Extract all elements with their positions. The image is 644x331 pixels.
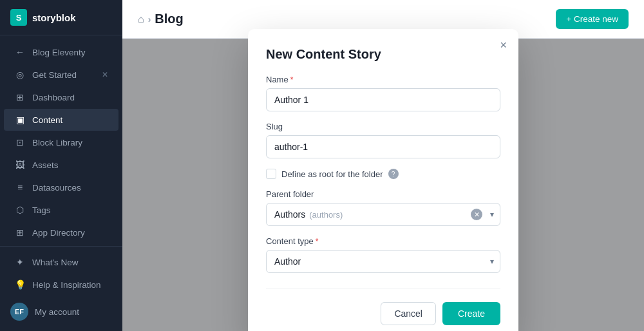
parent-folder-select-wrapper: Authors (authors) ✕ ▾	[266, 203, 500, 226]
slug-field-group: Slug	[266, 122, 500, 158]
slug-input[interactable]	[266, 135, 500, 158]
sidebar-item-label: Assets	[32, 160, 59, 170]
required-indicator: *	[290, 75, 294, 84]
block-library-icon: ⊡	[14, 137, 26, 147]
sidebar-item-label: Block Library	[32, 138, 82, 147]
sidebar-item-label: App Directory	[32, 228, 85, 238]
tags-icon: ⬡	[14, 205, 26, 215]
help-tooltip-icon[interactable]: ?	[388, 169, 399, 179]
help-icon: 💡	[14, 279, 26, 290]
breadcrumb-sep: ›	[148, 14, 151, 24]
required-indicator-2: *	[316, 237, 319, 246]
assets-icon: 🖼	[14, 160, 26, 170]
sidebar-item-content[interactable]: ▣ Content	[4, 109, 118, 131]
sidebar-item-label: Help & Inspiration	[32, 280, 101, 290]
home-icon[interactable]: ⌂	[138, 14, 144, 25]
checkbox-row: Define as root for the folder ?	[266, 169, 500, 179]
sidebar-item-tags[interactable]: ⬡ Tags	[4, 199, 118, 221]
modal-footer: Cancel Create	[266, 288, 500, 325]
content-type-value: Author	[274, 256, 301, 267]
name-field-group: Name *	[266, 75, 500, 111]
checkbox-label: Define as root for the folder	[281, 169, 383, 179]
logo-text: storyblok	[32, 12, 76, 23]
sidebar-item-label: Blog Eleventy	[32, 48, 86, 57]
main-area: ⌂ › Blog + Create new × New Content Stor…	[122, 0, 644, 331]
sidebar-item-label: Dashboard	[32, 93, 75, 102]
avatar: EF	[10, 303, 28, 321]
sidebar-item-label: Tags	[32, 205, 51, 215]
sidebar-item-label: Content	[32, 115, 62, 125]
content-type-select[interactable]: Author	[266, 250, 500, 273]
sidebar-item-app-directory[interactable]: ⊞ App Directory	[4, 222, 118, 243]
name-input[interactable]	[266, 88, 500, 111]
get-started-icon: ◎	[14, 70, 26, 80]
parent-folder-label: Parent folder	[266, 189, 500, 199]
parent-folder-slug: (authors)	[309, 210, 343, 220]
breadcrumb: ⌂ › Blog	[138, 12, 184, 26]
sidebar-item-dashboard[interactable]: ⊞ Dashboard	[4, 86, 118, 108]
sidebar-nav: ← Blog Eleventy ◎ Get Started ✕ ⊞ Dashbo…	[0, 35, 122, 246]
sidebar-item-get-started[interactable]: ◎ Get Started ✕	[4, 64, 118, 86]
sidebar-item-label: What's New	[32, 258, 79, 267]
modal-close-button[interactable]: ×	[500, 39, 507, 51]
modal-title: New Content Story	[266, 47, 500, 62]
back-icon: ←	[14, 47, 26, 57]
account-label: My account	[35, 307, 79, 317]
dashboard-icon: ⊞	[14, 92, 26, 102]
sidebar-item-block-library[interactable]: ⊡ Block Library	[4, 131, 118, 153]
modal-overlay: × New Content Story Name * Slug	[122, 39, 644, 331]
sidebar-bottom: ✦ What's New 💡 Help & Inspiration EF My …	[0, 246, 122, 331]
root-folder-checkbox[interactable]	[266, 169, 276, 179]
create-new-button[interactable]: + Create new	[556, 9, 629, 29]
name-label: Name *	[266, 75, 500, 84]
sidebar-item-settings[interactable]: ⚙ Settings	[4, 244, 118, 246]
content-type-group: Content type * Author ▾	[266, 236, 500, 273]
content-type-select-wrapper: Author ▾	[266, 250, 500, 273]
create-button[interactable]: Create	[442, 302, 500, 325]
sidebar-item-account[interactable]: EF My account	[0, 296, 122, 327]
clear-folder-button[interactable]: ✕	[471, 209, 482, 220]
sidebar-item-label: Get Started	[32, 70, 77, 80]
logo-icon: S	[10, 9, 27, 26]
app-directory-icon: ⊞	[14, 227, 26, 238]
main-content: × New Content Story Name * Slug	[122, 39, 644, 331]
parent-folder-group: Parent folder Authors (authors) ✕ ▾	[266, 189, 500, 226]
modal-dialog: × New Content Story Name * Slug	[248, 29, 518, 331]
parent-folder-name: Authors	[274, 209, 305, 220]
sidebar-item-whats-new[interactable]: ✦ What's New	[4, 251, 118, 273]
slug-label: Slug	[266, 122, 500, 131]
sidebar: S storyblok ← Blog Eleventy ◎ Get Starte…	[0, 0, 122, 331]
whats-new-icon: ✦	[14, 257, 26, 267]
page-title: Blog	[155, 12, 183, 26]
cancel-button[interactable]: Cancel	[381, 302, 436, 325]
sidebar-item-label: Datasources	[32, 183, 81, 193]
sidebar-item-datasources[interactable]: ≡ Datasources	[4, 176, 118, 198]
content-type-label: Content type *	[266, 236, 500, 246]
sidebar-item-back[interactable]: ← Blog Eleventy	[4, 41, 118, 63]
parent-folder-select[interactable]: Authors (authors)	[266, 203, 500, 226]
sidebar-logo[interactable]: S storyblok	[0, 0, 122, 35]
datasources-icon: ≡	[14, 182, 26, 193]
sidebar-item-assets[interactable]: 🖼 Assets	[4, 154, 118, 176]
content-icon: ▣	[14, 115, 26, 125]
close-icon[interactable]: ✕	[102, 70, 108, 79]
sidebar-item-help[interactable]: 💡 Help & Inspiration	[4, 274, 118, 296]
